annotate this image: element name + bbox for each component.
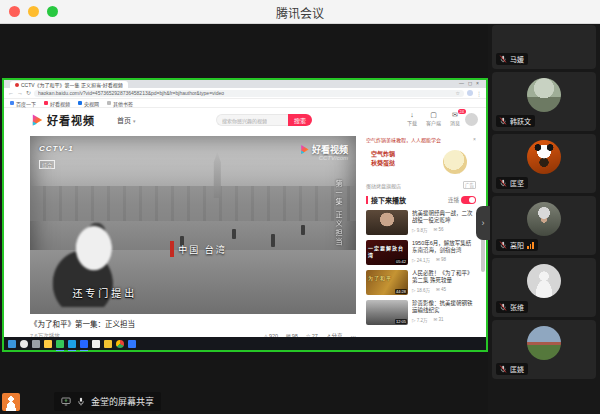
download-icon: ↓ (410, 111, 414, 118)
forward-icon[interactable]: → (17, 90, 23, 96)
ad-image[interactable]: 空气炸锅 秋葵蛋挞 (366, 145, 476, 179)
word-icon[interactable] (80, 340, 88, 348)
participant-tile[interactable]: 匡娆 (492, 320, 596, 379)
browser-profile-avatar[interactable] (467, 90, 473, 96)
participant-tile[interactable]: 马媛 (492, 25, 596, 69)
video-thumbnail (366, 210, 408, 235)
bookmark-favicon (44, 101, 48, 105)
recommend-rail: 空气炸锅美味教程，人人都能学会 × 空气炸锅 秋葵蛋挞 蛋挞烤盘旗舰店 广告 (366, 136, 476, 340)
mic-muted-icon (499, 55, 507, 63)
page-body: CCTV-1 综合 好看视频 CCTV/com 第一集 正 (4, 132, 486, 340)
recommend-item[interactable]: 为了和平 44:28 人民必胜！《为了和平》第二集 殊死较量 ▷ 18.6万✉ … (366, 270, 476, 295)
ad-close-icon[interactable]: × (473, 136, 476, 142)
recommend-item[interactable]: 抗美援朝经典一战，二次战役一役定乾坤 ▷ 9.8万✉ 56 (366, 210, 476, 235)
mic-muted-icon (499, 241, 507, 249)
duration-badge: 12:05 (395, 319, 407, 324)
participant-name: 匡坚 (510, 178, 524, 188)
bookmark-item[interactable]: 百度一下 (10, 100, 36, 107)
recommend-item[interactable]: 一定要解放台湾 05:42 1950年6月，解放军集结东南沿海，剑指台湾 ▷ 2… (366, 240, 476, 265)
participant-tile[interactable]: 张维 (492, 258, 596, 317)
comment-count: ✉ 56 (433, 227, 443, 233)
ad-card[interactable]: 空气炸锅美味教程，人人都能学会 × 空气炸锅 秋葵蛋挞 蛋挞烤盘旗舰店 广告 (366, 136, 476, 189)
qq-icon[interactable] (104, 340, 112, 348)
mic-muted-icon (499, 179, 507, 187)
chrome-icon[interactable] (116, 340, 124, 348)
start-icon[interactable] (8, 340, 16, 348)
up-next-title: 接下来播放 (371, 195, 406, 205)
comment-count: ✉ 45 (436, 287, 446, 293)
participant-name: 匡娆 (510, 364, 524, 374)
ad-food-image (443, 150, 467, 174)
tab-favicon (15, 83, 19, 87)
browser-window-controls[interactable]: —◻× (459, 80, 483, 86)
play-count: ▷ 18.6万 (412, 287, 430, 293)
shared-screen-region[interactable]: CCTV《为了和平》第一集 正义担当-好看视频 —◻× ← → ↻ haokan… (2, 78, 488, 352)
search-button[interactable]: 搜索 (288, 114, 312, 126)
task-view-icon[interactable] (32, 340, 40, 348)
avatar (527, 140, 561, 174)
window-title: 腾讯会议 (0, 4, 600, 21)
browser-tab[interactable]: CCTV《为了和平》第一集 正义担当-好看视频 (10, 81, 128, 88)
video-title: 《为了和平》第一集：正义担当 (30, 318, 356, 329)
bookmark-favicon (78, 101, 82, 105)
avatar (527, 202, 561, 236)
file-explorer-icon[interactable] (44, 340, 52, 348)
avatar (527, 326, 561, 360)
haokan-play-icon (30, 113, 44, 127)
red-bar (170, 241, 174, 257)
ad-tag: 广告 (463, 181, 476, 189)
header-action-download[interactable]: ↓ 下载 (407, 111, 417, 126)
header-action-client[interactable]: ▢ 客户端 (426, 111, 441, 126)
bookmark-favicon (107, 101, 111, 105)
comment-count: ✉ 98 (436, 257, 446, 263)
autoplay-label: 连播 (448, 196, 459, 204)
wechat-icon[interactable] (92, 340, 100, 348)
member-avatar-icon[interactable] (2, 393, 20, 411)
message-icon: ✉ (452, 111, 458, 118)
network-signal-icon (527, 242, 534, 249)
back-icon[interactable]: ← (8, 90, 14, 96)
video-scene-buildings (30, 186, 356, 222)
bookmark-item[interactable]: 央视网 (78, 100, 99, 107)
participant-tile[interactable]: 韩跃文 (492, 72, 596, 131)
participant-tile[interactable]: 高阳 (492, 196, 596, 255)
site-name: 好看视频 (47, 112, 95, 128)
video-player[interactable]: CCTV-1 综合 好看视频 CCTV/com 第一集 正 (30, 136, 356, 314)
browser-menu-icon[interactable]: ⋮ (476, 90, 482, 97)
header-action-message[interactable]: 24 ✉ 消息 (450, 111, 460, 126)
search-placeholder: 搜索你感兴趣的视频 (222, 117, 267, 124)
duration-badge: 44:28 (395, 289, 407, 294)
mic-icon (76, 397, 86, 406)
duration-badge: 05:42 (395, 259, 407, 264)
participant-name: 韩跃文 (510, 116, 531, 126)
sidebar-collapse-handle[interactable]: › (476, 206, 490, 240)
share-status-pill[interactable]: 金堂的屏幕共享 (54, 392, 161, 411)
recommend-item[interactable]: 12:05 珍贵影像：抗美援朝钢铁运输线纪实 ▷ 7.2万✉ 31 (366, 300, 476, 325)
tencent-meeting-window: 腾讯会议 CCTV《为了和平》第一集 正义担当-好看视频 —◻× ← → ↻ h… (0, 0, 600, 414)
search-icon[interactable] (20, 340, 28, 348)
vscode-icon[interactable] (128, 340, 136, 348)
user-avatar[interactable] (465, 113, 478, 126)
nav-home[interactable]: 首页 ▾ (117, 115, 135, 125)
bookmark-star-icon[interactable]: ☆ (456, 90, 460, 96)
location-caption: 中国 台湾 (170, 241, 227, 257)
address-bar[interactable]: haokan.baidu.com/v?vid=45736529287364582… (34, 90, 464, 97)
episode-vertical-caption: 第一集 正义担当 (333, 180, 343, 247)
bookmark-item[interactable]: 好看视频 (44, 100, 70, 107)
reload-icon[interactable]: ↻ (26, 90, 31, 96)
site-header: 好看视频 首页 ▾ 搜索你感兴趣的视频 搜索 ↓ 下载 ▢ 客户端 (4, 108, 486, 132)
participant-tile[interactable]: 匡坚 (492, 134, 596, 193)
edge-icon[interactable] (68, 340, 76, 348)
minimize-icon: — (459, 80, 468, 86)
bookmark-item[interactable]: 其他书签 (107, 100, 133, 107)
mail-icon[interactable] (56, 340, 64, 348)
maximize-icon: ◻ (468, 80, 476, 86)
search-input[interactable]: 搜索你感兴趣的视频 (216, 114, 288, 126)
autoplay-toggle[interactable] (461, 196, 476, 204)
bookmark-favicon (10, 101, 14, 105)
up-next-header: 接下来播放 连播 (366, 195, 476, 205)
haokan-logo[interactable]: 好看视频 (30, 112, 95, 128)
comment-count: ✉ 31 (433, 317, 443, 323)
play-count: ▷ 7.2万 (412, 317, 427, 323)
avatar (527, 78, 561, 112)
